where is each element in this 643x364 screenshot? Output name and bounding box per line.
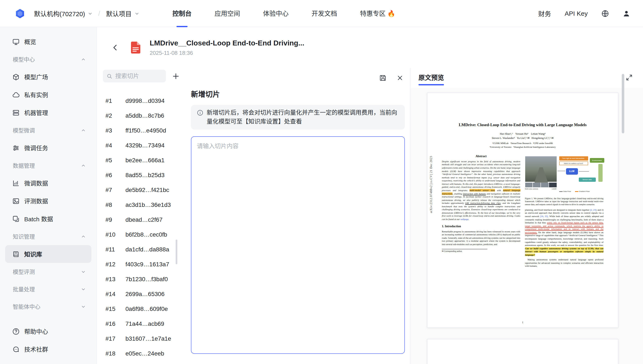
nav-tab[interactable]: 体验中心 [252,0,300,27]
chunk-list-item[interactable]: #7 de5b92…f421bc [105,182,188,197]
chat-icon [12,346,20,353]
sidebar-section-model-center[interactable]: 模型中心 [0,50,97,68]
figure-environment-bar [598,164,602,182]
chunk-number: #15 [105,305,125,312]
sidebar-item-model-square[interactable]: 模型广场 [5,68,91,86]
figure-driving-scene [525,156,556,182]
sliders-icon [12,144,20,152]
close-editor-button[interactable] [397,74,403,81]
sidebar-section-label: 智能体中心 [13,302,40,310]
sidebar-section-model-eval[interactable]: 模型评测 [0,263,97,280]
nav-tab[interactable]: 特惠专区 🔥 [348,0,407,27]
sidebar-item-batch-data[interactable]: Batch 数据 [5,210,91,228]
chunk-hash: 2699a…65306 [125,290,165,297]
sidebar-section-finetune[interactable]: 模型微调 [0,122,97,139]
figure-notice-box: Watch for walkers up front! [559,162,588,165]
chunk-hash: 0a6f98…609f0e [125,305,168,312]
chunk-hash: b31607…1e7a1e [125,335,171,342]
chunk-list-item[interactable]: #3 ff1f50…e4950d [105,123,188,138]
figure-instruction-box: Turn right at next intersection. [559,156,588,160]
globe-icon[interactable] [601,10,609,17]
notice-text: 新增切片后，将会对切片进行向量化并产生一定的模型调用费用，当前向量化模型可至【知… [207,108,399,126]
cloud-icon [12,91,20,98]
document-date: 2025-11-08 18:36 [150,50,304,56]
page-number: 1 [427,321,618,324]
back-button[interactable] [110,42,121,53]
chunk-list-item[interactable]: #17 b31607…1e7a1e [105,331,188,346]
chevron-down-icon [81,270,86,274]
chevron-up-icon [81,57,86,61]
sidebar-item-machine-management[interactable]: 机器管理 [5,104,91,122]
chunk-hash: d9998…d0394 [125,97,165,104]
sidebar-section-knowledge[interactable]: 知识管理 [0,228,97,245]
user-avatar-icon[interactable] [622,10,630,17]
chunk-list-item[interactable]: #9 dbead…c2f67 [105,212,188,227]
sidebar-section-label: 知识管理 [13,232,35,240]
sidebar-section-label: 批量处理 [13,285,35,293]
chunk-list-item[interactable]: #1 d9998…d0394 [105,93,188,108]
sidebar-item-knowledge-base[interactable]: 知识库 [5,245,91,263]
sidebar-item-finetune-data[interactable]: 微调数据 [5,174,91,192]
sidebar-item-tech-community[interactable]: 技术社群 [5,340,91,358]
chunk-number: #12 [105,260,125,267]
image-icon [12,197,20,204]
finance-link[interactable]: 财务 [538,9,551,18]
brand-logo-icon[interactable] [15,8,26,19]
chunk-list-item[interactable]: #14 2699a…65306 [105,286,188,301]
navbar-right: 财务 API Key [538,9,630,18]
tab-source-preview[interactable]: 原文预览 [418,73,444,85]
api-key-link[interactable]: API Key [565,10,588,17]
source-preview-panel: 原文预览 arXiv:2312.07488v2 [cs.CV] 21 Dec 2… [410,68,643,364]
chunk-list-item[interactable]: #8 ac3d1b…36e1d3 [105,197,188,212]
pdf-page-2 [427,339,618,364]
save-chunk-button[interactable] [379,74,386,81]
sidebar-item-finetune-task[interactable]: 微调任务 [5,139,91,157]
chunk-number: #14 [105,290,125,297]
chunk-search-input[interactable] [115,73,162,80]
chunk-hash: b6f2b8…cec0fb [125,231,167,238]
nav-tab[interactable]: 应用空间 [203,0,252,27]
sidebar-item-help-center[interactable]: 帮助中心 [5,322,91,340]
chunk-list-item[interactable]: #18 e05ec…24eeb [105,346,188,360]
chunk-list-item[interactable]: #15 0a6f98…609f0e [105,301,188,316]
sidebar-section-agent-center[interactable]: 智能体中心 [0,298,97,315]
sidebar-section-label: 模型微调 [13,126,35,134]
arxiv-watermark: arXiv:2312.07488v2 [cs.CV] 21 Dec 2023 [430,156,433,213]
right-column-text: planning, and fixed interfaces are desig… [525,208,603,257]
add-chunk-button[interactable] [170,70,181,82]
abstract-heading: Abstract [442,154,520,158]
pdf-viewport[interactable]: arXiv:2312.07488v2 [cs.CV] 21 Dec 2023 L… [410,88,643,364]
sidebar-item-overview[interactable]: 概览 [5,33,91,50]
figure-legend-data-flow: Data Flow [559,190,571,192]
sidebar-item-label: 概览 [24,38,36,46]
chunk-hash: a5ddb…8c7b6 [125,112,164,119]
chunk-search[interactable] [103,70,166,82]
org-switcher[interactable]: 默认机构(702720) [34,9,92,18]
nav-tab[interactable]: 开发文档 [300,0,348,27]
chunk-list-item[interactable]: #6 8ad55…b25d3 [105,167,188,182]
chunk-number: #18 [105,350,125,356]
project-switcher[interactable]: 默认项目 [106,9,139,18]
figure-llm-box: LLM [566,168,578,174]
fullscreen-icon[interactable] [625,74,633,83]
search-icon [107,73,112,79]
sidebar-section-batch-processing[interactable]: 批量处理 [0,280,97,298]
sidebar-section-data-management[interactable]: 数据管理 [0,157,97,174]
chunk-list-item[interactable]: #5 be2ee…666a1 [105,152,188,167]
chunk-hash: da1cfd…da888a [125,246,169,252]
sidebar-item-label: 私有实例 [24,90,48,99]
nav-tab[interactable]: 控制台 [161,0,203,27]
chunk-content-textarea[interactable] [191,136,405,354]
chunk-list-item[interactable]: #13 7b1230…f3baf0 [105,272,188,286]
figure-arrow [557,171,565,171]
sidebar-item-eval-data[interactable]: 评测数据 [5,192,91,210]
sidebar-item-label: 知识库 [24,250,42,258]
sidebar-item-label: 模型广场 [24,73,48,81]
chunk-list-scrollbar[interactable] [176,240,177,264]
sidebar-item-private-instance[interactable]: 私有实例 [5,86,91,104]
chunk-list-item[interactable]: #4 4329b…73494 [105,138,188,152]
chunk-number: #4 [105,142,125,148]
chunk-list-item[interactable]: #2 a5ddb…8c7b6 [105,108,188,123]
preview-scrollbar[interactable] [622,74,624,133]
chunk-list-item[interactable]: #16 71a44…acb69 [105,316,188,331]
